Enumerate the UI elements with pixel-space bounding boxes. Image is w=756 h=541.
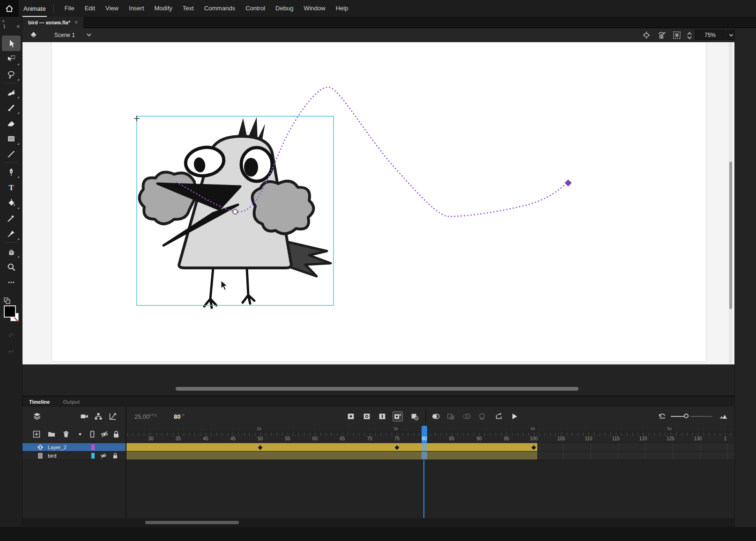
tools-panel-menu-icon[interactable]: ≡ xyxy=(17,23,20,29)
play-icon[interactable] xyxy=(509,411,519,422)
new-layer-icon[interactable] xyxy=(32,430,41,439)
selection-tool[interactable] xyxy=(2,36,21,51)
outline-color-column-icon[interactable] xyxy=(77,431,83,437)
graph-editor-icon[interactable] xyxy=(108,411,118,422)
new-folder-icon[interactable] xyxy=(47,430,56,439)
insert-frame-icon[interactable] xyxy=(377,411,387,422)
rotate-view-icon[interactable] xyxy=(657,30,667,40)
clip-content-icon[interactable] xyxy=(672,30,682,40)
tab-output[interactable]: Output xyxy=(56,399,86,405)
layer-frames-layer_2[interactable] xyxy=(126,443,734,452)
fluid-brush-tool[interactable] xyxy=(2,84,21,100)
timeline-empty-grid[interactable] xyxy=(22,460,734,518)
menu-item-help[interactable]: Help xyxy=(331,0,354,17)
zoom-stepper-icon[interactable] xyxy=(685,30,694,41)
center-stage-icon[interactable] xyxy=(642,30,651,40)
menu-item-window[interactable]: Window xyxy=(298,0,330,17)
layer-hidden-icon[interactable] xyxy=(100,452,107,459)
scrollbar-thumb[interactable] xyxy=(729,162,732,309)
stage-horizontal-scrollbar[interactable] xyxy=(176,387,578,391)
tween-span[interactable] xyxy=(126,443,537,451)
onion-skin-icon[interactable] xyxy=(430,411,441,422)
menu-item-insert[interactable]: Insert xyxy=(124,0,149,17)
slider-knob-icon[interactable] xyxy=(684,414,689,418)
tool-group-divider xyxy=(4,242,18,243)
stage-vertical-scrollbar[interactable] xyxy=(729,42,733,364)
zoom-level-field[interactable]: 75% xyxy=(695,30,725,40)
fps-field[interactable]: 25,00FPS xyxy=(134,413,157,420)
insert-keyframe-icon[interactable] xyxy=(346,411,356,422)
current-frame-field[interactable]: 80 F xyxy=(174,413,185,420)
ruler-frame-number: 65 xyxy=(337,436,348,441)
rectangle-tool[interactable] xyxy=(2,131,21,146)
text-tool[interactable]: T xyxy=(2,179,21,195)
layer-name[interactable]: Layer_2 xyxy=(48,445,67,450)
object-drawing-icon[interactable] xyxy=(3,297,11,304)
scene-breadcrumb[interactable]: Scene 1 xyxy=(54,32,75,38)
asset-warp-tool[interactable] xyxy=(2,226,21,241)
scrollbar-thumb[interactable] xyxy=(145,521,239,524)
layer-row-layer_2[interactable]: Layer_2 xyxy=(22,443,126,452)
layer-locked-icon[interactable] xyxy=(111,452,119,459)
menu-item-control[interactable]: Control xyxy=(240,0,270,17)
layers-panel-icon[interactable] xyxy=(32,411,42,422)
menu-item-view[interactable]: View xyxy=(100,0,124,17)
edit-multiple-frames-icon[interactable] xyxy=(446,411,456,422)
menu-item-file[interactable]: File xyxy=(59,0,80,17)
bird-pupil-right xyxy=(244,158,258,177)
timeline-horizontal-scrollbar[interactable] xyxy=(22,518,734,527)
close-tab-icon[interactable]: × xyxy=(74,19,78,26)
motion-tween-layer-icon xyxy=(37,444,44,451)
lasso-tool[interactable] xyxy=(2,67,21,82)
scene-chevron-down-icon[interactable] xyxy=(85,31,93,38)
home-button[interactable] xyxy=(0,0,19,17)
layer-outline-color[interactable] xyxy=(91,445,95,450)
layer-row-bird[interactable]: bird xyxy=(22,452,126,460)
pen-tool[interactable] xyxy=(2,164,21,179)
insert-blank-keyframe-icon[interactable] xyxy=(362,411,372,422)
tween-span[interactable] xyxy=(126,452,537,459)
eraser-tool[interactable] xyxy=(2,115,21,131)
bird-leg-right xyxy=(243,268,254,304)
menu-items: FileEditViewInsertModifyTextCommandsCont… xyxy=(59,0,354,17)
stroke-color-swatch[interactable] xyxy=(4,305,16,318)
line-tool[interactable] xyxy=(2,146,21,162)
menu-item-edit[interactable]: Edit xyxy=(80,0,100,17)
layer-name[interactable]: bird xyxy=(48,453,56,459)
outline-column-icon[interactable] xyxy=(88,430,97,439)
camera-icon[interactable] xyxy=(79,411,89,422)
right-dock xyxy=(734,28,756,527)
remove-frame-icon[interactable] xyxy=(409,411,420,422)
hand-tool[interactable] xyxy=(2,244,21,259)
anchor-onion-icon[interactable] xyxy=(477,411,487,422)
menu-item-text[interactable]: Text xyxy=(178,0,199,17)
document-tab[interactable]: bird — копия.fla* × xyxy=(22,17,83,28)
collapse-panel-button[interactable]: « xyxy=(2,18,5,23)
stage[interactable] xyxy=(22,42,734,364)
layer-frames-bird[interactable] xyxy=(126,452,734,460)
parenting-view-icon[interactable] xyxy=(93,411,104,422)
loop-icon[interactable] xyxy=(494,411,504,422)
timeline-zoom-slider[interactable] xyxy=(671,415,712,417)
timeline-split-divider[interactable] xyxy=(126,407,126,518)
more-tools[interactable] xyxy=(2,274,21,290)
timeline-zoom-in-icon[interactable] xyxy=(719,411,729,422)
lock-column-icon[interactable] xyxy=(111,430,121,439)
tab-timeline[interactable]: Timeline xyxy=(22,399,56,405)
classic-brush-tool[interactable] xyxy=(2,100,21,115)
menu-item-commands[interactable]: Commands xyxy=(199,0,240,17)
reset-timeline-zoom-icon[interactable] xyxy=(657,411,667,422)
visibility-column-icon[interactable] xyxy=(100,430,109,439)
menu-item-modify[interactable]: Modify xyxy=(149,0,178,17)
free-transform-tool[interactable] xyxy=(2,51,21,67)
layer-outline-color[interactable] xyxy=(91,453,95,459)
menu-item-debug[interactable]: Debug xyxy=(270,0,298,17)
auto-keyframe-icon[interactable]: A xyxy=(393,411,403,422)
onion-skin-outlines-icon[interactable] xyxy=(461,411,472,422)
paint-bucket-tool[interactable] xyxy=(2,195,21,210)
delete-layer-icon[interactable] xyxy=(61,430,71,439)
eyedropper-tool[interactable] xyxy=(2,210,21,226)
zoom-tool[interactable] xyxy=(2,259,21,274)
app-menu-animate[interactable]: Animate xyxy=(19,0,52,17)
frame-ruler[interactable]: 2s3s4s5s30354045505560657075808590951001… xyxy=(126,426,734,443)
